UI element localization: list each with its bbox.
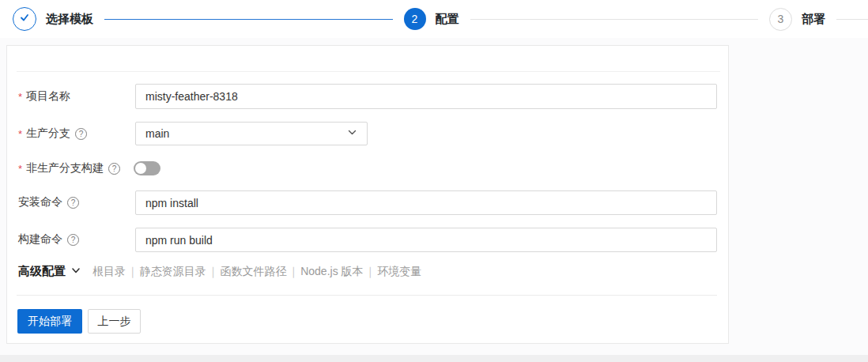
link-root-directory[interactable]: 根目录: [92, 265, 126, 279]
chevron-down-icon: [347, 127, 357, 140]
start-deploy-button[interactable]: 开始部署: [17, 309, 82, 334]
help-icon[interactable]: ?: [67, 197, 79, 209]
step-2-label: 配置: [436, 12, 459, 27]
build-command-input[interactable]: [135, 228, 717, 252]
install-command-label: 安装命令 ?: [18, 190, 79, 215]
project-name-label: * 项目名称: [18, 84, 70, 109]
card-header-divider: [17, 71, 720, 72]
advanced-config-row: 高级配置 根目录 ｜ 静态资源目录 ｜ 函数文件路径 ｜ Node.js 版本 …: [18, 264, 421, 279]
non-production-branch-build-toggle[interactable]: [134, 161, 160, 175]
step-3-circle: 3: [769, 8, 792, 31]
step-3-label: 部署: [802, 12, 825, 27]
required-marker: *: [18, 91, 22, 103]
advanced-config-toggle[interactable]: 高级配置: [18, 264, 81, 279]
step-1-circle: [13, 7, 36, 31]
step-3-number: 3: [778, 13, 784, 25]
required-marker: *: [18, 163, 22, 175]
production-branch-select[interactable]: main: [135, 122, 368, 145]
wizard-stepper: 选择模板 2 配置 3 部署: [0, 0, 868, 38]
actions-divider: [17, 295, 717, 296]
link-environment-variables[interactable]: 环境变量: [377, 265, 421, 279]
step-2-number: 2: [412, 13, 418, 25]
link-function-file-path[interactable]: 函数文件路径: [220, 265, 286, 279]
project-name-input[interactable]: [135, 84, 717, 109]
production-branch-value: main: [145, 127, 169, 140]
step-connector-tail: [836, 19, 868, 20]
help-icon[interactable]: ?: [75, 128, 87, 140]
required-marker: *: [18, 128, 22, 140]
link-static-assets-directory[interactable]: 静态资源目录: [140, 265, 206, 279]
install-command-input[interactable]: [135, 190, 717, 215]
step-connector-1: [104, 19, 393, 20]
advanced-config-links: 根目录 ｜ 静态资源目录 ｜ 函数文件路径 ｜ Node.js 版本 ｜ 环境变…: [92, 265, 421, 279]
bottom-edge-strip: [0, 355, 868, 362]
chevron-down-icon: [66, 265, 81, 278]
toggle-knob: [135, 163, 146, 174]
previous-step-button[interactable]: 上一步: [88, 309, 141, 334]
step-connector-2: [470, 19, 759, 20]
build-command-label: 构建命令 ?: [18, 227, 79, 252]
check-icon: [19, 12, 30, 26]
production-branch-label: * 生产分支 ?: [18, 121, 87, 146]
help-icon[interactable]: ?: [108, 163, 120, 175]
config-form-card: * 项目名称 * 生产分支 ? main * 非生产分支构建 ? 安装命令 ? …: [6, 45, 729, 344]
link-nodejs-version[interactable]: Node.js 版本: [300, 265, 363, 279]
help-icon[interactable]: ?: [67, 234, 79, 246]
step-2-circle: 2: [404, 8, 426, 30]
non-production-branch-build-label: * 非生产分支构建 ?: [18, 156, 120, 181]
step-1-label: 选择模板: [46, 12, 93, 27]
